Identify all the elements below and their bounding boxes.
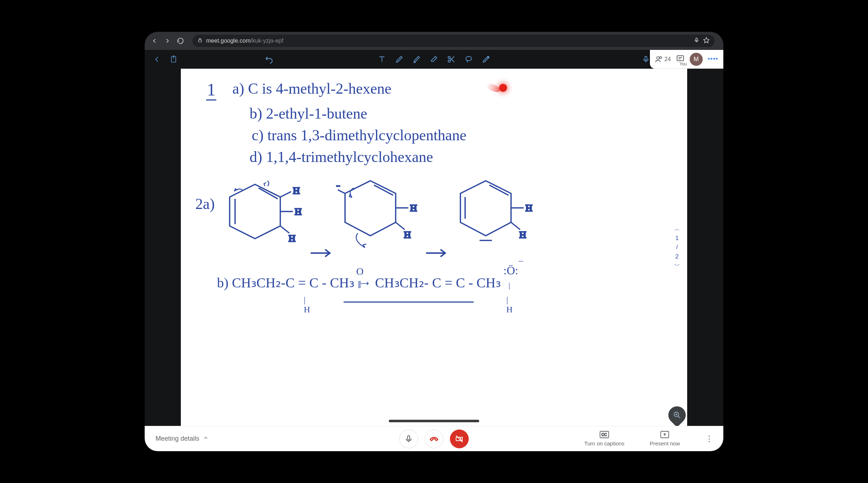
eraser-tool-icon[interactable] <box>429 54 439 64</box>
pager-sep: / <box>674 243 680 252</box>
back-button[interactable] <box>150 36 159 46</box>
pager-current: 1 <box>674 234 680 243</box>
scissors-tool-icon[interactable] <box>446 54 456 64</box>
svg-text:H: H <box>404 230 411 240</box>
svg-rect-1 <box>696 38 697 41</box>
laser-pointer-dot <box>499 84 507 92</box>
svg-point-9 <box>660 56 662 59</box>
meet-header-pill: 24 M You •••• <box>650 50 723 69</box>
svg-line-14 <box>280 192 291 197</box>
svg-point-8 <box>657 56 659 59</box>
whiteboard-toolbar: 24 M You •••• <box>145 50 723 69</box>
reload-button[interactable] <box>176 36 185 46</box>
participant-count: 24 <box>664 56 671 63</box>
q1-line-b: b) 2-ethyl-1-butene <box>250 105 367 122</box>
streaming-indicator: •••• <box>708 55 718 63</box>
svg-line-26 <box>396 222 405 230</box>
svg-rect-10 <box>677 56 684 61</box>
mute-mic-button[interactable] <box>399 429 418 448</box>
q1-line-c: c) trans 1,3-dimethylcyclopenthane <box>252 127 467 144</box>
q2b-line: b) CH₃CH₂-C = C - CH₃ → CH₃CH₂- C = C - … <box>217 275 501 291</box>
laser-tool-icon[interactable] <box>481 54 491 64</box>
browser-navbar: meet.google.com/kuk-yzja-epf <box>145 32 723 50</box>
whiteboard-canvas[interactable]: 1 a) C is 4-methyl-2-hexene b) 2-ethyl-1… <box>181 69 687 426</box>
pager-up-icon[interactable]: ︿ <box>674 224 680 234</box>
svg-rect-0 <box>199 40 201 42</box>
q1-line-a: 1 a) C is 4-methyl-2-hexene <box>206 80 391 101</box>
hangup-button[interactable] <box>425 429 443 448</box>
mic-toolbar-icon[interactable] <box>641 54 651 64</box>
structure-row: H H H – H H <box>224 177 676 264</box>
participants-button[interactable]: 24 <box>655 55 671 63</box>
svg-rect-37 <box>408 436 410 440</box>
meet-bottom-bar: Meeting details CC Turn on captions Pres… <box>145 426 723 451</box>
svg-text:–: – <box>336 180 340 190</box>
text-tool-icon[interactable] <box>377 54 387 64</box>
more-options-button[interactable]: ⋮ <box>705 437 712 441</box>
svg-text:H: H <box>295 206 302 217</box>
url-text: meet.google.com/kuk-yzja-epf <box>206 38 283 44</box>
present-now-button[interactable]: Present now <box>650 431 680 446</box>
chevron-up-icon <box>203 435 209 443</box>
presentation-area: 1 a) C is 4-methyl-2-hexene b) 2-ethyl-1… <box>145 69 723 426</box>
mic-icon[interactable] <box>694 37 699 44</box>
svg-line-13 <box>259 188 278 199</box>
captions-button[interactable]: CC Turn on captions <box>584 431 624 446</box>
q1-line-d: d) 1,1,4-trimethylcyclohexane <box>250 148 433 166</box>
svg-point-5 <box>466 56 472 61</box>
tablet-frame: meet.google.com/kuk-yzja-epf <box>145 32 723 451</box>
svg-marker-28 <box>460 181 511 236</box>
meeting-details-button[interactable]: Meeting details <box>156 435 209 443</box>
url-bar[interactable]: meet.google.com/kuk-yzja-epf <box>192 35 715 47</box>
svg-line-22 <box>338 190 345 193</box>
atom-o-lone: :Ö:‾| <box>503 264 522 291</box>
svg-marker-11 <box>230 184 280 239</box>
q2a-label: 2a) <box>195 195 215 213</box>
svg-point-6 <box>488 56 489 58</box>
star-icon[interactable] <box>703 37 710 45</box>
camera-off-button[interactable] <box>450 429 469 448</box>
svg-text:H: H <box>289 233 295 244</box>
pager-down-icon[interactable]: ﹀ <box>674 261 680 270</box>
svg-text:H: H <box>293 185 300 196</box>
svg-text:H: H <box>526 203 532 213</box>
svg-text:H: H <box>519 230 526 240</box>
undo-icon[interactable] <box>264 54 274 64</box>
svg-line-34 <box>511 222 520 230</box>
you-label: You <box>680 61 687 67</box>
pager-total: 2 <box>674 252 680 261</box>
highlighter-tool-icon[interactable] <box>412 54 422 64</box>
svg-text:H: H <box>410 203 417 213</box>
page-pager[interactable]: ︿ 1 / 2 ﹀ <box>674 224 680 270</box>
svg-text:CC: CC <box>601 433 607 437</box>
self-avatar[interactable]: M You <box>690 53 703 66</box>
back-icon[interactable] <box>152 54 162 64</box>
forward-button[interactable] <box>163 36 172 46</box>
pen-tool-icon[interactable] <box>394 54 404 64</box>
lasso-tool-icon[interactable] <box>464 54 474 64</box>
share-icon[interactable] <box>169 54 179 64</box>
svg-line-18 <box>280 226 289 233</box>
lock-icon <box>197 38 203 44</box>
home-indicator <box>389 420 479 422</box>
svg-rect-7 <box>645 56 647 60</box>
zoom-in-button[interactable] <box>665 403 687 426</box>
